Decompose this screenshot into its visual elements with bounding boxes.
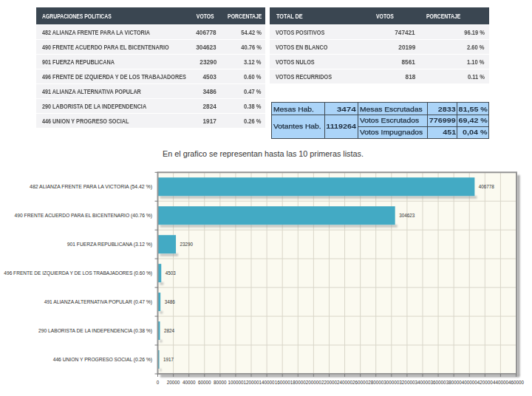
svg-text:0: 0	[157, 380, 160, 386]
svg-text:340000: 340000	[415, 380, 430, 386]
svg-text:290 LABORISTA DE LA INDEPENDEN: 290 LABORISTA DE LA INDEPENDENCIA (0.38 …	[38, 328, 152, 334]
svg-text:20000: 20000	[167, 380, 180, 386]
svg-text:901 FUERZA REPUBLICANA (3.12 %: 901 FUERZA REPUBLICANA (3.12 %)	[67, 242, 152, 248]
svg-text:40000: 40000	[183, 380, 196, 386]
svg-text:260000: 260000	[352, 380, 368, 386]
svg-text:446 UNION Y PROGRESO SOCIAL (0: 446 UNION Y PROGRESO SOCIAL (0.26 %)	[53, 357, 152, 363]
svg-text:280000: 280000	[368, 380, 383, 386]
svg-text:3486: 3486	[165, 299, 175, 304]
svg-text:491 ALIANZA ALTERNATIVA POPULA: 491 ALIANZA ALTERNATIVA POPULAR (0.47 %)	[44, 299, 152, 305]
svg-text:490 FRENTE ACUERDO PARA EL BIC: 490 FRENTE ACUERDO PARA EL BICENTENARIO …	[15, 213, 152, 219]
svg-text:380000: 380000	[446, 380, 462, 386]
svg-text:100000: 100000	[228, 380, 243, 386]
svg-text:200000: 200000	[306, 380, 321, 386]
svg-text:482 ALIANZA FRENTE PARA LA VIC: 482 ALIANZA FRENTE PARA LA VICTORIA (54.…	[30, 184, 152, 190]
svg-text:220000: 220000	[321, 380, 337, 386]
svg-text:400000: 400000	[462, 380, 477, 386]
svg-text:180000: 180000	[290, 380, 306, 386]
svg-text:2824: 2824	[164, 327, 174, 332]
svg-text:140000: 140000	[259, 380, 275, 386]
svg-text:4503: 4503	[166, 270, 176, 276]
svg-text:80000: 80000	[214, 380, 227, 386]
svg-text:300000: 300000	[383, 380, 399, 386]
svg-text:496 FRENTE DE IZQUIERDA Y DE L: 496 FRENTE DE IZQUIERDA Y DE LOS TRABAJA…	[4, 270, 152, 276]
svg-text:360000: 360000	[431, 380, 446, 386]
svg-text:460000: 460000	[508, 380, 524, 386]
svg-text:440000: 440000	[493, 380, 508, 386]
svg-text:304623: 304623	[399, 213, 415, 218]
svg-text:420000: 420000	[477, 380, 493, 386]
svg-text:23290: 23290	[180, 242, 194, 247]
svg-text:240000: 240000	[337, 380, 352, 386]
svg-text:60000: 60000	[198, 380, 211, 386]
svg-text:160000: 160000	[275, 380, 290, 386]
svg-text:406778: 406778	[479, 184, 494, 189]
svg-text:120000: 120000	[244, 380, 259, 386]
svg-text:320000: 320000	[399, 380, 415, 386]
svg-text:1917: 1917	[163, 356, 174, 361]
